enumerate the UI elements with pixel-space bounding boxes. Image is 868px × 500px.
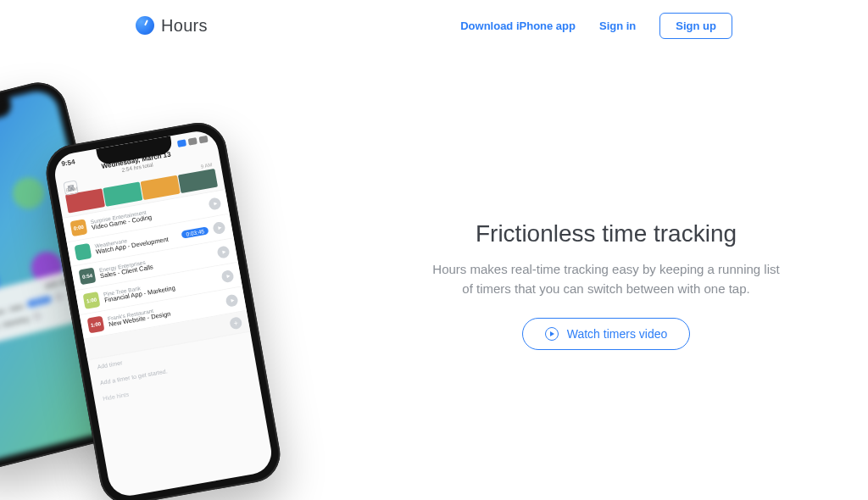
widget-row-label: Pine Tree Bank - Marketing bbox=[0, 315, 29, 338]
color-swatch: 0:54 bbox=[79, 267, 97, 285]
widget-row: Pine Tree Bank - Marketing bbox=[0, 296, 94, 342]
brand-name: Hours bbox=[161, 16, 208, 36]
play-icon bbox=[54, 292, 64, 302]
hide-hints-row: Hide hints bbox=[93, 364, 259, 408]
task-name: Sales - Client Calls bbox=[100, 253, 214, 281]
timer-row: 1:00Frank's RestaurantNew Website - Desi… bbox=[80, 286, 247, 339]
timeline-segment bbox=[178, 169, 218, 193]
add-timer-button bbox=[84, 311, 250, 360]
status-icons bbox=[177, 135, 209, 147]
wifi-icon bbox=[188, 137, 198, 146]
watch-video-button[interactable]: Watch timers video bbox=[522, 318, 691, 350]
widget-row-chip: 0:03:45 bbox=[27, 296, 52, 308]
widget-row-label: Energy Enterprises - Sales bbox=[0, 303, 25, 325]
widget-row: Energy Enterprises - Sales0:03:45 bbox=[0, 282, 91, 329]
phone-back: HOURS Add Widget Energy Enterprises - Sa… bbox=[0, 76, 147, 474]
hint-row: Add a timer to get started. bbox=[91, 347, 256, 392]
add-timer-row: Add timer bbox=[87, 331, 253, 376]
play-icon bbox=[208, 197, 221, 210]
task-name: New Website - Design bbox=[108, 302, 222, 329]
elapsed-chip: 0:03:45 bbox=[181, 226, 209, 238]
signup-button[interactable]: Sign up bbox=[659, 13, 732, 39]
timeline-segment bbox=[103, 181, 142, 206]
client-name: Weathervane bbox=[94, 229, 176, 249]
calendar-icon: ▦ bbox=[63, 180, 79, 196]
timeline-segment bbox=[141, 175, 181, 200]
color-swatch: 1:00 bbox=[87, 316, 105, 334]
download-app-link[interactable]: Download iPhone app bbox=[460, 19, 576, 32]
play-icon bbox=[220, 269, 234, 283]
timer-row: 0:00Surprise EntertainmentVideo Game - C… bbox=[63, 190, 230, 242]
hero-section: Frictionless time tracking Hours makes r… bbox=[432, 220, 780, 350]
color-swatch: 0:00 bbox=[70, 219, 87, 236]
phone-mockups: HOURS Add Widget Energy Enterprises - Sa… bbox=[0, 85, 348, 500]
hero-title: Frictionless time tracking bbox=[432, 220, 780, 247]
day-title: Wednesday, March 13 bbox=[77, 147, 194, 175]
play-icon bbox=[545, 327, 559, 341]
scale-start: 8 AM bbox=[66, 186, 79, 192]
play-icon bbox=[216, 245, 230, 258]
battery-icon bbox=[198, 135, 208, 143]
timer-row: WeathervaneWatch App - Development0:03:4… bbox=[67, 214, 234, 267]
client-name: Frank's Restaurant bbox=[107, 296, 220, 321]
scale-end: 9 AM bbox=[200, 162, 213, 169]
site-header: Hours Download iPhone app Sign in Sign u… bbox=[0, 0, 868, 51]
hero-description: Hours makes real-time tracking easy by k… bbox=[432, 259, 780, 299]
client-name: Surprise Entertainment bbox=[90, 199, 203, 225]
play-icon bbox=[31, 311, 42, 321]
color-swatch bbox=[75, 243, 92, 261]
day-timeline bbox=[65, 169, 218, 214]
plus-icon bbox=[229, 316, 242, 330]
task-name: Watch App - Development bbox=[96, 235, 178, 256]
signal-icon bbox=[177, 139, 186, 147]
brand-logo[interactable]: Hours bbox=[136, 16, 208, 36]
task-name: Financial App - Marketing bbox=[104, 278, 218, 305]
client-name: Energy Enterprises bbox=[98, 247, 212, 273]
timeline-segment bbox=[65, 188, 105, 213]
timer-row: 0:54Energy EnterprisesSales - Client Cal… bbox=[71, 238, 238, 291]
widget-add-label: Add Widget bbox=[44, 274, 86, 290]
play-icon bbox=[212, 221, 225, 235]
client-name: Pine Tree Bank bbox=[103, 272, 216, 297]
day-subtitle: 2:54 hrs total bbox=[79, 154, 196, 181]
watch-video-label: Watch timers video bbox=[567, 327, 668, 341]
status-time: 9:54 bbox=[61, 158, 75, 168]
phone-front: 9:54 ▦ Wednesday, March 13 2:54 hrs tota… bbox=[42, 119, 284, 500]
home-widget: HOURS Add Widget Energy Enterprises - Sa… bbox=[0, 265, 104, 353]
clock-icon bbox=[136, 16, 154, 35]
play-icon bbox=[225, 294, 238, 308]
task-name: Video Game - Coding bbox=[92, 205, 205, 232]
color-swatch: 1:00 bbox=[83, 292, 101, 309]
signin-link[interactable]: Sign in bbox=[599, 19, 636, 32]
timer-row: 1:00Pine Tree BankFinancial App - Market… bbox=[75, 263, 242, 315]
timer-list: 0:00Surprise EntertainmentVideo Game - C… bbox=[63, 189, 251, 360]
